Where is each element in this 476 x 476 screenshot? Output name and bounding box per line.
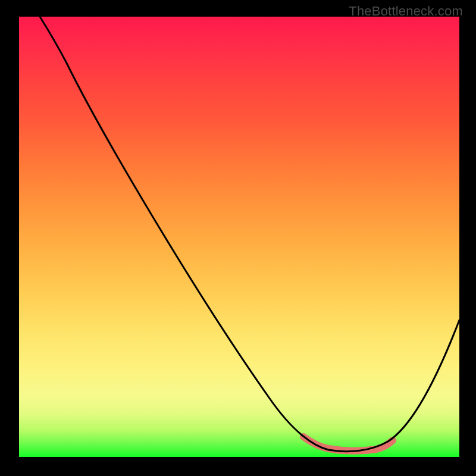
curve-left [40,17,459,452]
curve-overlay [19,17,459,457]
chart-stage: TheBottleneck.com [0,0,476,476]
watermark-text: TheBottleneck.com [349,4,463,19]
optimal-range-highlight [303,437,393,451]
